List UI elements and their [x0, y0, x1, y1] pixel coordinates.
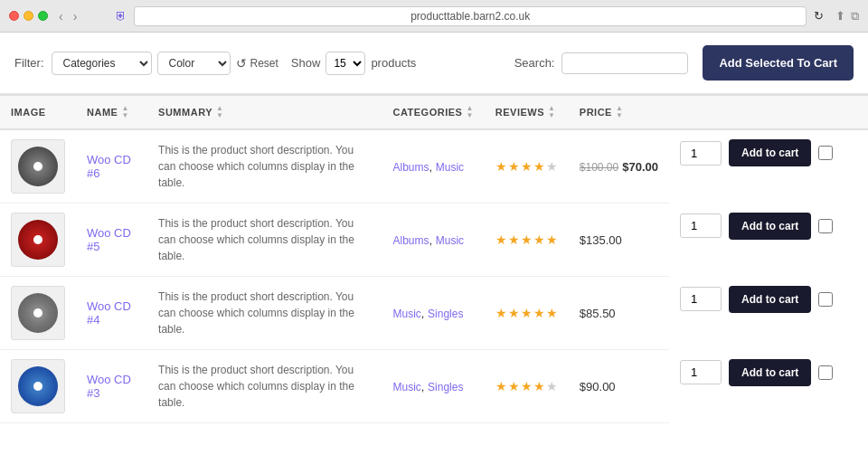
product-image [11, 213, 65, 267]
categories-sort-arrows: ▲▼ [466, 105, 473, 119]
col-reviews[interactable]: REVIEWS ▲▼ [485, 95, 569, 129]
add-to-cart-button[interactable]: Add to cart [729, 286, 811, 313]
reviews-col-label: REVIEWS ▲▼ [495, 105, 556, 119]
star-rating: ★★★★★ [495, 379, 558, 393]
product-image-cell [0, 129, 76, 204]
filter-label: Filter: [14, 56, 44, 70]
table-body: Woo CD #6This is the product short descr… [0, 129, 868, 423]
category-link[interactable]: Music [392, 381, 420, 393]
product-reviews-cell: ★★★★★ [485, 204, 569, 277]
star-filled: ★ [533, 159, 545, 174]
category-link[interactable]: Music [436, 161, 464, 174]
reload-icon[interactable]: ↻ [814, 9, 828, 23]
product-categories-cell: Albums, Music [382, 204, 484, 277]
add-to-cart-button[interactable]: Add to cart [729, 213, 811, 240]
product-actions-cell: Add to cart [669, 204, 868, 249]
product-name-link[interactable]: Woo CD #4 [87, 299, 131, 327]
product-image [11, 286, 65, 340]
col-price[interactable]: PRICE ▲▼ [569, 95, 669, 129]
category-link[interactable]: Albums [392, 161, 429, 174]
product-name-link[interactable]: Woo CD #5 [87, 226, 131, 253]
product-reviews-cell: ★★★★★ [485, 350, 569, 423]
close-button[interactable] [9, 11, 19, 21]
product-price: $100.00$70.00 [580, 160, 658, 174]
product-summary: This is the product short description. Y… [158, 215, 371, 264]
category-link[interactable]: Singles [428, 308, 463, 320]
reset-button[interactable]: Reset [236, 56, 278, 71]
forward-button[interactable]: › [70, 7, 81, 25]
page-content: Filter: Categories Color Reset Show 15 p… [0, 33, 868, 474]
star-filled: ★ [508, 232, 520, 247]
add-to-cart-button[interactable]: Add to cart [729, 139, 811, 166]
quantity-input[interactable] [680, 360, 722, 384]
product-name-cell: Woo CD #5 [76, 204, 147, 277]
cd-icon [18, 366, 58, 406]
quantity-input[interactable] [680, 141, 722, 166]
products-label: products [371, 56, 416, 70]
product-reviews-cell: ★★★★★ [485, 129, 569, 204]
col-categories[interactable]: CATEGORIES ▲▼ [382, 95, 484, 129]
color-filter-select[interactable]: Color [157, 52, 231, 75]
browser-chrome: ‹ › ⛨ producttable.barn2.co.uk ↻ ⬆ ⧉ [0, 0, 868, 33]
categories-filter-select[interactable]: Categories [52, 52, 152, 75]
summary-col-label: SUMMARY ▲▼ [158, 105, 223, 119]
price-col-label: PRICE ▲▼ [580, 105, 624, 119]
cd-icon [18, 220, 58, 260]
product-categories-cell: Albums, Music [382, 129, 484, 204]
row-select-checkbox[interactable] [818, 365, 833, 380]
star-filled: ★ [546, 306, 558, 320]
product-table: IMAGE NAME ▲▼ SUMMARY ▲▼ CATEGO [0, 94, 868, 423]
product-price-cell: $90.00 [569, 350, 669, 423]
product-image-cell [0, 350, 76, 423]
row-select-checkbox[interactable] [818, 146, 833, 160]
image-col-label: IMAGE [11, 107, 46, 118]
col-summary[interactable]: SUMMARY ▲▼ [147, 95, 382, 129]
add-to-cart-button[interactable]: Add to cart [729, 359, 811, 386]
product-summary-cell: This is the product short description. Y… [147, 204, 382, 277]
share-icon[interactable]: ⬆ [835, 9, 845, 24]
table-row: Woo CD #3This is the product short descr… [0, 350, 868, 423]
product-price-cell: $85.50 [569, 277, 669, 350]
show-label: Show [291, 56, 321, 70]
star-empty: ★ [546, 379, 558, 393]
product-summary-cell: This is the product short description. Y… [147, 350, 382, 423]
category-link[interactable]: Singles [428, 381, 463, 393]
star-filled: ★ [533, 306, 545, 320]
product-image [11, 359, 65, 413]
category-link[interactable]: Albums [392, 234, 429, 247]
star-rating: ★★★★★ [495, 159, 558, 174]
quantity-input[interactable] [680, 287, 722, 311]
address-bar[interactable]: producttable.barn2.co.uk [134, 6, 807, 26]
row-select-checkbox[interactable] [818, 292, 833, 307]
star-filled: ★ [521, 232, 533, 247]
product-name-link[interactable]: Woo CD #6 [87, 153, 131, 180]
product-summary-cell: This is the product short description. Y… [147, 277, 382, 350]
product-price: $90.00 [580, 380, 658, 393]
product-name-cell: Woo CD #3 [76, 350, 147, 423]
col-name[interactable]: NAME ▲▼ [76, 95, 147, 129]
price-original: $100.00 [580, 161, 618, 174]
star-filled: ★ [495, 306, 507, 320]
category-link[interactable]: Music [392, 308, 420, 320]
product-name-cell: Woo CD #6 [76, 129, 147, 204]
toolbar: Filter: Categories Color Reset Show 15 p… [0, 33, 868, 94]
search-input[interactable] [561, 52, 688, 74]
product-image-cell [0, 204, 76, 277]
price-sale: $70.00 [622, 160, 658, 174]
add-selected-to-cart-button[interactable]: Add Selected To Cart [703, 45, 854, 81]
product-reviews-cell: ★★★★★ [485, 277, 569, 350]
back-button[interactable]: ‹ [55, 7, 67, 25]
star-empty: ★ [546, 159, 558, 174]
star-filled: ★ [521, 306, 533, 320]
category-link[interactable]: Music [436, 234, 464, 247]
product-summary-cell: This is the product short description. Y… [147, 129, 382, 204]
product-summary: This is the product short description. Y… [158, 142, 371, 191]
minimize-button[interactable] [24, 11, 33, 21]
product-summary: This is the product short description. Y… [158, 362, 371, 411]
maximize-button[interactable] [38, 11, 48, 21]
show-count-select[interactable]: 15 [326, 52, 365, 75]
product-name-link[interactable]: Woo CD #3 [87, 373, 131, 400]
fullscreen-icon[interactable]: ⧉ [851, 9, 859, 24]
quantity-input[interactable] [680, 213, 722, 238]
row-select-checkbox[interactable] [818, 219, 833, 233]
